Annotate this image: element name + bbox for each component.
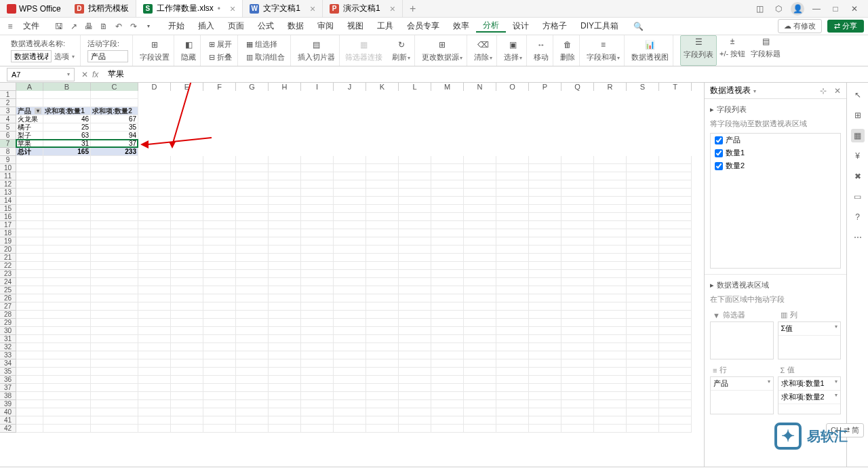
save-status-badge[interactable]: ☁ 有修改 <box>778 19 822 33</box>
pin-icon[interactable]: ⊹ <box>820 86 827 96</box>
col-header[interactable]: J <box>334 83 366 91</box>
dropdown-icon[interactable]: ▾ <box>142 20 155 33</box>
menu-diy[interactable]: DIY工具箱 <box>574 20 625 32</box>
ribbon-change-source[interactable]: ⊞ 更改数据源▾ <box>418 35 467 66</box>
cell[interactable]: 火龙果 <box>16 115 43 123</box>
print-icon[interactable]: 🖶 <box>83 20 95 33</box>
tab-writer[interactable]: W 文字文稿1 × <box>243 0 323 17</box>
area-item[interactable]: 产品▾ <box>711 377 773 391</box>
row-header[interactable]: 24 <box>0 278 16 286</box>
col-header[interactable]: O <box>496 83 529 91</box>
cell[interactable]: 25 <box>43 123 91 132</box>
ribbon-delete[interactable]: 🗑 删除 <box>556 35 580 66</box>
menu-page[interactable]: 页面 <box>221 20 251 32</box>
pivot-name-input[interactable] <box>11 50 52 62</box>
row-header[interactable]: 10 <box>0 164 16 172</box>
ribbon-field-settings[interactable]: ⊞ 字段设置 <box>136 35 174 66</box>
col-header[interactable]: F <box>203 83 236 91</box>
cell[interactable]: 梨子 <box>16 132 43 140</box>
column-dropzone[interactable]: Σ值▾ <box>778 321 842 359</box>
tab-workbook[interactable]: S 工作簿数量.xlsx • × <box>136 0 243 17</box>
field-item[interactable]: 产品 <box>711 134 840 146</box>
row-header[interactable]: 38 <box>0 392 16 400</box>
row-header[interactable]: 12 <box>0 180 16 189</box>
row-header[interactable]: 9 <box>0 156 16 164</box>
cell-total[interactable]: 233 <box>91 148 138 156</box>
cell[interactable]: 94 <box>91 132 138 140</box>
menu-design[interactable]: 设计 <box>506 20 536 32</box>
close-panel-icon[interactable]: ✕ <box>834 86 841 96</box>
ribbon-fields-items[interactable]: ≡ 字段和项▾ <box>583 35 625 66</box>
row-header[interactable]: 30 <box>0 327 16 335</box>
chevron-down-icon[interactable]: ▾ <box>753 88 756 94</box>
col-header[interactable]: G <box>236 83 269 91</box>
options-button[interactable]: 选项▾ <box>53 50 76 62</box>
col-header-a[interactable]: A <box>16 83 43 91</box>
menu-efficiency[interactable]: 效率 <box>446 20 476 32</box>
share-button[interactable]: ⇄ 分享 <box>827 20 864 33</box>
row-header[interactable]: 26 <box>0 294 16 302</box>
row-header[interactable]: 1 <box>0 91 16 99</box>
expand-button[interactable]: ⊞ 展开 <box>208 39 233 50</box>
menu-view[interactable]: 视图 <box>340 20 370 32</box>
row-header[interactable]: 8 <box>0 148 16 156</box>
col-header[interactable]: E <box>171 83 203 91</box>
row-header[interactable]: 23 <box>0 270 16 278</box>
col-header[interactable]: K <box>366 83 399 91</box>
col-header[interactable]: P <box>529 83 561 91</box>
cell-total[interactable]: 165 <box>43 148 91 156</box>
value-area[interactable]: Σ值 求和项:数量1▾ 求和项:数量2▾ <box>778 364 842 414</box>
save-icon[interactable]: 🖫 <box>53 20 65 33</box>
tab-presentation[interactable]: P 演示文稿1 × <box>323 0 403 17</box>
row-header[interactable]: 31 <box>0 335 16 343</box>
row-header[interactable]: 14 <box>0 197 16 205</box>
window-overlap-icon[interactable]: ◫ <box>753 2 766 16</box>
chevron-down-icon[interactable]: ▾ <box>67 71 70 77</box>
col-header[interactable]: H <box>269 83 301 91</box>
close-icon[interactable]: × <box>390 3 395 14</box>
col-header[interactable]: Q <box>561 83 594 91</box>
pivot-header[interactable]: 求和项:数量2 <box>91 107 138 115</box>
cell[interactable]: 46 <box>43 115 91 123</box>
field-headers-button[interactable]: ▤ 字段标题 <box>748 35 783 66</box>
more-icon[interactable]: ⋯ <box>851 231 865 244</box>
cell[interactable]: 橘子 <box>16 123 43 132</box>
select-all-corner[interactable] <box>0 83 16 91</box>
minimize-button[interactable]: — <box>810 2 823 16</box>
area-item[interactable]: 求和项:数量2▾ <box>778 391 841 404</box>
field-list[interactable]: 产品 数量1 数量2 <box>710 133 841 269</box>
cells-grid[interactable]: 产品 求和项:数量1 求和项:数量2 火龙果 46 67 橘子 25 35 梨子… <box>16 91 704 433</box>
cell[interactable]: 37 <box>91 140 138 148</box>
cell[interactable]: 63 <box>43 132 91 140</box>
cell[interactable]: 苹果 <box>16 140 43 148</box>
row-header[interactable]: 35 <box>0 368 16 376</box>
menu-fanggezi[interactable]: 方格子 <box>536 20 574 32</box>
row-header[interactable]: 37 <box>0 384 16 392</box>
row-header[interactable]: 28 <box>0 311 16 319</box>
close-icon[interactable]: × <box>230 3 235 14</box>
select-tool-icon[interactable]: ↖ <box>851 88 865 102</box>
menu-review[interactable]: 审阅 <box>311 20 340 32</box>
row-header[interactable]: 32 <box>0 343 16 351</box>
menu-member[interactable]: 会员专享 <box>400 20 446 32</box>
row-header[interactable]: 22 <box>0 262 16 270</box>
area-item[interactable]: 求和项:数量1▾ <box>778 377 841 391</box>
ribbon-move[interactable]: ↔ 移动 <box>530 35 553 66</box>
menu-data[interactable]: 数据 <box>281 20 311 32</box>
redo-icon[interactable]: ↷ <box>127 20 140 33</box>
row-header[interactable]: 42 <box>0 425 16 433</box>
field-checkbox[interactable] <box>715 149 723 157</box>
ribbon-select[interactable]: ▣ 选择▾ <box>500 35 527 66</box>
row-header[interactable]: 5 <box>0 123 16 132</box>
menu-formula[interactable]: 公式 <box>251 20 281 32</box>
row-header[interactable]: 21 <box>0 254 16 262</box>
pivot-sidebar-icon[interactable]: ▦ <box>851 129 865 142</box>
search-icon[interactable]: 🔍 <box>632 20 644 33</box>
row-header[interactable]: 25 <box>0 286 16 294</box>
row-header[interactable]: 16 <box>0 213 16 221</box>
row-header[interactable]: 19 <box>0 237 16 246</box>
export-icon[interactable]: ↗ <box>68 20 80 33</box>
row-header[interactable]: 6 <box>0 132 16 140</box>
field-list-button[interactable]: ☰ 字段列表 <box>680 35 717 66</box>
close-icon[interactable]: × <box>310 3 315 14</box>
